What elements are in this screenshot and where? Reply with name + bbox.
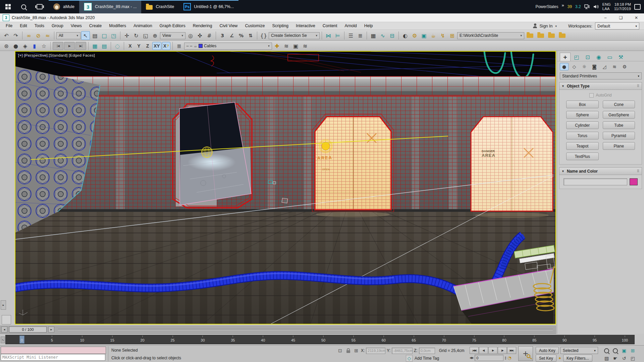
orbit-icon[interactable]: ↺ bbox=[620, 355, 628, 362]
category-helpers-icon[interactable]: ◿ bbox=[600, 63, 609, 70]
object-type-geosphere-button[interactable]: GeoSphere bbox=[603, 111, 635, 119]
named-selection-sets-dropdown[interactable]: Create Selection Se▾ bbox=[269, 32, 320, 39]
zoom-extents-all-icon[interactable]: ⊞ bbox=[629, 347, 637, 354]
z-coordinate-field[interactable]: 0,0cm bbox=[419, 348, 435, 354]
soft-selection-icon[interactable]: ◌ bbox=[113, 42, 122, 50]
transform-type-in-icon[interactable]: ⊞ bbox=[353, 347, 360, 354]
object-type-rollout-header[interactable]: ▼ Object Type ⠿ bbox=[559, 82, 642, 90]
active-layer-dropdown[interactable]: ‒‒☕Cables▾ bbox=[184, 43, 272, 50]
sign-in-button[interactable]: Sign In bbox=[540, 24, 553, 28]
key-mode-clock-icon[interactable]: ◔ bbox=[507, 355, 511, 360]
massfx-constraint-icon[interactable]: ▮ bbox=[30, 42, 39, 50]
select-and-link-icon[interactable]: ∞ bbox=[24, 31, 33, 40]
key-filters-button[interactable]: Key Filters... bbox=[563, 355, 592, 362]
maximize-viewport-toggle-icon[interactable]: ◰ bbox=[629, 355, 637, 362]
layer-hide-icon[interactable]: ‒ bbox=[186, 44, 189, 48]
object-color-swatch[interactable] bbox=[630, 178, 638, 185]
percent-snap-toggle-icon[interactable]: % bbox=[237, 31, 246, 40]
category-systems-icon[interactable]: ⚙ bbox=[620, 63, 629, 70]
toggle-scene-explorer-icon[interactable]: ☰ bbox=[346, 31, 355, 40]
start-button[interactable] bbox=[0, 0, 16, 13]
unlink-selection-icon[interactable]: ⊘ bbox=[34, 31, 43, 40]
menu-modifiers[interactable]: Modifiers bbox=[105, 22, 130, 30]
object-type-tube-button[interactable]: Tube bbox=[603, 121, 635, 129]
menu-arnold[interactable]: Arnold bbox=[341, 22, 361, 30]
tab-display[interactable]: ▭ bbox=[605, 53, 615, 61]
workspace-dropdown[interactable]: Default ▾ bbox=[595, 22, 639, 29]
zoom-icon[interactable] bbox=[602, 347, 611, 354]
bind-to-space-warp-icon[interactable]: ≈ bbox=[43, 31, 52, 40]
subcategory-dropdown[interactable]: Standard Primitives ▾ bbox=[560, 72, 642, 79]
object-type-box-button[interactable]: Box bbox=[566, 101, 599, 108]
isolate-selection-icon[interactable]: ⊡ bbox=[337, 347, 343, 354]
menu-animation[interactable]: Animation bbox=[130, 22, 156, 30]
project-settings-folder-icon[interactable] bbox=[527, 34, 533, 38]
name-color-rollout-header[interactable]: ▼ Name and Color ⠿ bbox=[559, 167, 642, 175]
menu-rendering[interactable]: Rendering bbox=[189, 22, 216, 30]
next-frame-button[interactable]: |▶ bbox=[498, 347, 507, 354]
category-geometry-icon[interactable]: ● bbox=[560, 63, 569, 70]
redo-icon[interactable]: ↷ bbox=[11, 31, 20, 40]
select-by-name-icon[interactable]: ▤ bbox=[91, 31, 99, 40]
y-coordinate-field[interactable]: -8461,75cm bbox=[392, 348, 413, 354]
frame-spinner[interactable]: ▲▼ bbox=[504, 356, 506, 360]
rectangular-selection-region-icon[interactable]: □ bbox=[100, 31, 109, 40]
use-pivot-point-center-icon[interactable]: ◎ bbox=[186, 31, 195, 40]
menu-customize[interactable]: Customize bbox=[241, 22, 268, 30]
create-new-layer-icon[interactable]: ✚ bbox=[273, 42, 281, 50]
object-type-cylinder-button[interactable]: Cylinder bbox=[566, 121, 599, 129]
object-type-textplus-button[interactable]: TextPlus bbox=[566, 153, 599, 160]
massfx-reset-simulation-icon[interactable]: |◀ bbox=[53, 42, 63, 50]
select-and-rotate-icon[interactable]: ↻ bbox=[132, 31, 141, 40]
angle-snap-toggle-icon[interactable]: ∠ bbox=[227, 31, 236, 40]
curve-editor-icon[interactable]: ∿ bbox=[378, 31, 387, 40]
x-coordinate-field[interactable]: 2119,19cm bbox=[366, 348, 385, 354]
category-shapes-icon[interactable]: ◇ bbox=[570, 63, 579, 70]
object-type-teapot-button[interactable]: Teapot bbox=[566, 142, 599, 150]
snaps-autogrid-icon[interactable]: ▦ bbox=[91, 42, 99, 50]
folder-structure-icon[interactable] bbox=[548, 34, 555, 38]
massfx-step-simulation-icon[interactable]: ▶| bbox=[75, 42, 86, 50]
reference-coordinate-system-dropdown[interactable]: View▾ bbox=[160, 32, 185, 39]
tab-create[interactable]: + bbox=[560, 53, 571, 61]
taskbar-app-photoshop[interactable]: PsUntitled-1 @ 66,7%... bbox=[179, 0, 238, 13]
menu-interactive[interactable]: Interactive bbox=[292, 22, 319, 30]
render-gallery-icon[interactable]: ⊞ bbox=[448, 31, 457, 40]
folder-external-links-icon[interactable] bbox=[559, 34, 566, 38]
layer-render-icon[interactable]: ☕ bbox=[194, 44, 197, 48]
category-space-warps-icon[interactable]: ≋ bbox=[610, 63, 619, 70]
taskbar-search-button[interactable] bbox=[16, 0, 32, 13]
taskbar-app-3dsmax[interactable]: 3CrashSite_89.max - ... bbox=[79, 0, 141, 13]
tab-utilities[interactable]: ⚒ bbox=[616, 53, 626, 61]
volume-icon[interactable] bbox=[593, 4, 599, 9]
zoom-extents-icon[interactable]: ▣ bbox=[620, 347, 628, 354]
material-editor-icon[interactable]: ◐ bbox=[401, 31, 410, 40]
tab-modify[interactable]: ◰ bbox=[572, 53, 582, 61]
menu-group[interactable]: Group bbox=[48, 22, 67, 30]
object-type-sphere-button[interactable]: Sphere bbox=[566, 111, 599, 119]
track-bar-ruler[interactable]: 0510152025303540455055606570758085909510… bbox=[5, 335, 635, 344]
massfx-tools-icon[interactable]: ⊛ bbox=[2, 42, 11, 50]
mini-curve-editor-button[interactable]: ∿ bbox=[1, 337, 5, 343]
menu-views[interactable]: Views bbox=[67, 22, 86, 30]
select-object-icon[interactable]: ↖ bbox=[81, 31, 90, 40]
layer-color-swatch[interactable] bbox=[199, 44, 203, 48]
add-time-tag-label[interactable]: Add Time Tag bbox=[415, 356, 439, 361]
restrict-to-z-button[interactable]: Z bbox=[144, 42, 152, 50]
auto-key-button[interactable]: Auto Key bbox=[536, 347, 559, 354]
select-objects-in-layer-icon[interactable]: ▣ bbox=[291, 42, 300, 50]
selection-lock-icon[interactable] bbox=[345, 347, 352, 354]
menu-civil-view[interactable]: Civil View bbox=[216, 22, 241, 30]
menu-scripting[interactable]: Scripting bbox=[268, 22, 292, 30]
play-animation-button[interactable]: ▶ bbox=[488, 347, 497, 354]
go-to-start-button[interactable]: |◀◀ bbox=[470, 347, 479, 354]
align-icon[interactable]: ⊨ bbox=[333, 31, 342, 40]
massfx-mcloth-icon[interactable]: ◈ bbox=[21, 42, 30, 50]
select-and-move-icon[interactable]: ✛ bbox=[122, 31, 131, 40]
toggle-ribbon-icon[interactable]: ▦ bbox=[369, 31, 378, 40]
action-center-icon[interactable] bbox=[634, 4, 641, 10]
undo-icon[interactable]: ↶ bbox=[2, 31, 11, 40]
viewport-layout-tab[interactable] bbox=[2, 315, 11, 324]
window-crossing-toggle-icon[interactable]: ◳ bbox=[109, 31, 118, 40]
taskbar-app-amule[interactable]: aMule bbox=[49, 0, 79, 13]
